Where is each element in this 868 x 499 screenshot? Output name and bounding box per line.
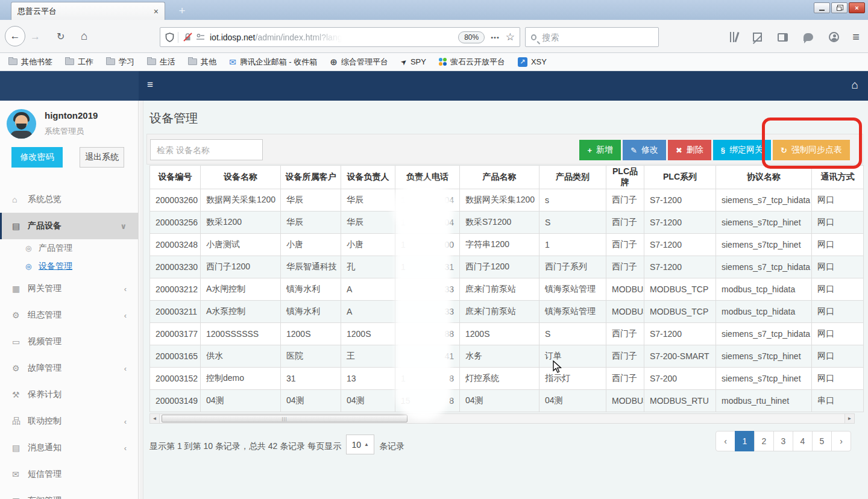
reload-button[interactable]: ↻ [57, 31, 64, 42]
sidebar-item-product-management[interactable]: ◎产品管理 [0, 239, 139, 257]
page-button-2[interactable]: 2 [754, 431, 774, 451]
table-row[interactable]: 200003256数采1200华辰华辰104数采S71200S西门子S7-120… [150, 212, 864, 234]
table-row[interactable]: 200003212A水闸控制镇海水利A33庶来门前泵站镇海泵站管理MODBUSM… [150, 278, 864, 301]
column-header[interactable]: 设备编号 [150, 166, 201, 189]
bookmark-xsy[interactable]: ↗XSY [518, 57, 547, 67]
sidebar-item-system-overview[interactable]: ⌂系统总览 [0, 186, 139, 213]
sidebar-scroll-strip[interactable] [139, 101, 143, 499]
scroll-left-arrow-icon[interactable]: ◄ [150, 414, 160, 423]
page-actions-icon[interactable]: ••• [491, 34, 500, 41]
bookmark-label: 其他书签 [21, 57, 52, 67]
page-size-select[interactable]: 10 ▲ [346, 435, 374, 454]
bookmark-spy[interactable]: ➤SPY [401, 57, 426, 66]
table-row[interactable]: 200003248小唐测试小唐小唐100字符串12001西门子S7-1200si… [150, 234, 864, 256]
device-search-input[interactable] [157, 145, 256, 155]
app-home-icon[interactable]: ⌂ [852, 78, 858, 92]
device-search-box[interactable] [150, 139, 263, 160]
sidebar-item-workshop-management[interactable]: ▦车间管理 [0, 488, 139, 499]
column-header[interactable]: 设备所属客户 [281, 166, 341, 189]
sidebar-item-gateway-management[interactable]: ▦网关管理‹ [0, 275, 139, 302]
page-button-4[interactable]: 4 [793, 431, 813, 451]
table-row[interactable]: 2000031771200SSSSSS1200S1200S881200SS西门子… [150, 323, 864, 345]
url-bar[interactable]: iot.idosp.net /admin/index.html?lang 80%… [160, 27, 520, 47]
toolbar-icons [730, 32, 840, 42]
page-button-3[interactable]: 3 [773, 431, 793, 451]
sidebar-toggle-button[interactable]: ≡ [147, 79, 153, 91]
sidebar-item-config-management[interactable]: ⚙组态管理‹ [0, 302, 139, 328]
library-icon[interactable] [730, 32, 738, 42]
shield-icon[interactable] [165, 33, 174, 42]
sidebar-toggle-icon[interactable] [778, 33, 788, 42]
scroll-right-arrow-icon[interactable]: ► [844, 414, 854, 423]
table-cell: S [539, 323, 606, 345]
table-row[interactable]: 200003211A水泵控制镇海水利A33庶来门前泵站镇海泵站管理MODBUSM… [150, 301, 864, 323]
forward-button[interactable]: → [30, 31, 40, 43]
insecure-lock-icon[interactable] [183, 33, 192, 42]
browser-tab[interactable]: 思普云平台 × [11, 2, 165, 20]
url-path: /admin/index.html?lang [256, 33, 342, 42]
pencil-icon: ✎ [631, 146, 637, 155]
add-button[interactable]: +新增 [579, 140, 621, 160]
bookmark-tencent-mail[interactable]: ✉腾讯企业邮箱 - 收件箱 [229, 57, 317, 67]
browser-search-input[interactable] [542, 33, 653, 42]
bookmark-misc[interactable]: 其他 [188, 57, 216, 67]
table-row[interactable]: 200003165供水医院王41水务订单西门子S7-200-SMARTsieme… [150, 345, 864, 368]
sidebar-item-fault-management[interactable]: ⚙故障管理‹ [0, 355, 139, 381]
bookmark-star-icon[interactable]: ☆ [506, 31, 515, 43]
chat-icon[interactable] [804, 33, 813, 41]
column-header[interactable]: 产品类别 [539, 166, 606, 189]
bookmark-ys7-open-platform[interactable]: 萤石云开放平台 [439, 57, 505, 67]
column-header[interactable]: 设备负责人 [341, 166, 395, 189]
page-button-5[interactable]: 5 [812, 431, 832, 451]
delete-button[interactable]: ✖删除 [668, 140, 711, 160]
column-header[interactable]: PLC系列 [644, 166, 716, 189]
bookmark-study[interactable]: 学习 [106, 57, 134, 67]
table-row[interactable]: 200003230西门子1200华辰智通科技孔131西门子1200西门子系列西门… [150, 256, 864, 278]
sidebar-item-maintenance-plan[interactable]: ⚒保养计划 [0, 381, 139, 408]
bookmark-life[interactable]: 生活 [147, 57, 175, 67]
table-cell: 西门子 [606, 345, 644, 368]
bookmark-work[interactable]: 工作 [65, 57, 93, 67]
scrollbar-thumb[interactable]: ||| [162, 415, 407, 422]
column-header[interactable]: 通讯方式 [812, 166, 864, 189]
table-row[interactable]: 200003152控制demo311318灯控系统指示灯西门子S7-200sie… [150, 368, 864, 390]
new-tab-button[interactable]: + [172, 4, 192, 19]
permissions-icon[interactable] [196, 33, 205, 42]
zoom-level-badge[interactable]: 80% [458, 31, 485, 43]
change-password-button[interactable]: 修改密码 [11, 147, 63, 168]
restore-button[interactable] [831, 2, 848, 13]
table-row[interactable]: 20000314904测04测04测15804测04测MODBUSMODBUS_… [150, 390, 864, 412]
horizontal-scrollbar[interactable]: ◄ ||| ► [149, 413, 855, 424]
close-button[interactable]: × [849, 2, 865, 13]
bookmark-admin-platform[interactable]: ⊕综合管理平台 [330, 57, 388, 67]
minimize-button[interactable] [814, 2, 830, 13]
column-header[interactable]: 设备名称 [201, 166, 281, 189]
logout-button[interactable]: 退出系统 [80, 147, 124, 168]
globe-icon: ⊕ [330, 57, 338, 67]
back-button[interactable]: ← [5, 26, 25, 46]
sidebar-item-video-management[interactable]: ▭视频管理 [0, 328, 139, 355]
page-button-prev[interactable]: ‹ [715, 431, 735, 451]
account-icon[interactable] [829, 32, 839, 42]
sidebar-item-product-device[interactable]: ▤产品设备∨ [0, 213, 139, 239]
column-header[interactable]: PLC品牌 [606, 166, 644, 189]
browser-search-box[interactable] [525, 27, 659, 47]
sidebar-item-message-notification[interactable]: ▤消息通知‹ [0, 435, 139, 461]
column-header[interactable]: 产品名称 [460, 166, 539, 189]
column-header[interactable]: 协议名称 [716, 166, 812, 189]
submenu: ◎产品管理◎设备管理 [0, 239, 139, 275]
edit-button[interactable]: ✎修改 [623, 140, 666, 160]
tab-close-icon[interactable]: × [154, 7, 159, 16]
window-titlebar: 思普云平台 × + × [0, 0, 868, 20]
sidebar-item-sms-management[interactable]: ✉短信管理 [0, 461, 139, 488]
table-cell: modbus_tcp_hidata [716, 278, 812, 301]
browser-home-button[interactable]: ⌂ [81, 30, 87, 43]
page-button-1[interactable]: 1 [735, 431, 755, 451]
browser-menu-icon[interactable]: ≡ [852, 30, 860, 44]
sidebar-item-linkage-control[interactable]: 品联动控制‹ [0, 408, 139, 435]
table-row[interactable]: 200003260数据网关采集1200华辰华辰104数据网关采集1200s西门子… [150, 189, 864, 212]
sidebar-item-device-management[interactable]: ◎设备管理 [0, 257, 139, 275]
page-button-next[interactable]: › [831, 431, 851, 451]
screenshot-icon[interactable] [753, 33, 762, 42]
bookmark-other-bookmarks[interactable]: 其他书签 [8, 57, 52, 67]
